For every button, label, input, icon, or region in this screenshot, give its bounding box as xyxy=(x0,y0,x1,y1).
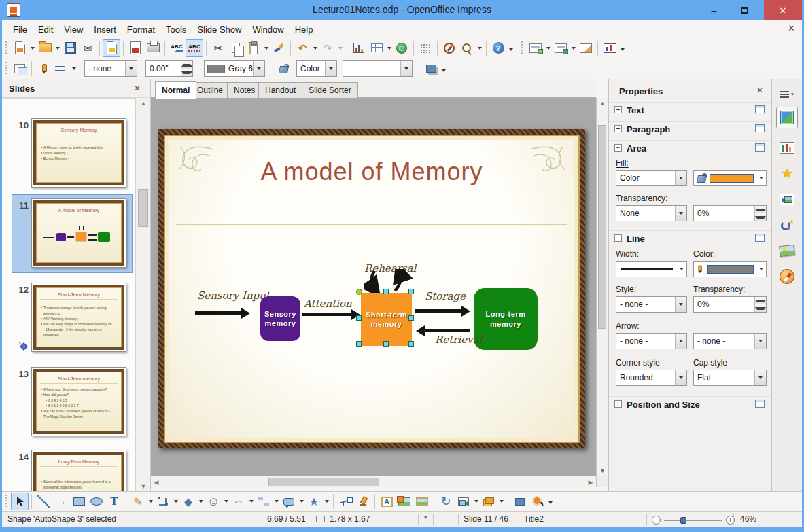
close-button[interactable]: ✕ xyxy=(764,0,802,20)
paste-icon[interactable] xyxy=(245,39,262,57)
sidebar-tab-styles[interactable]: ★★ xyxy=(776,214,798,236)
fill-color-dropdown[interactable] xyxy=(400,61,412,76)
fill-color-picker[interactable] xyxy=(693,170,767,186)
cap-style-dropdown[interactable] xyxy=(754,370,766,385)
basic-shapes-icon[interactable]: ◆ xyxy=(179,493,197,510)
section-line[interactable]: − Line xyxy=(609,230,771,245)
corner-style-combo[interactable]: Rounded xyxy=(616,370,687,386)
slide-thumbnail-11-selected[interactable]: A model of Memory xyxy=(31,198,126,268)
handle-mid-left[interactable] xyxy=(356,315,362,321)
callouts-dropdown[interactable] xyxy=(298,493,305,510)
open-dropdown[interactable] xyxy=(54,40,61,56)
line-width-down[interactable] xyxy=(181,69,192,76)
tab-notes[interactable]: Notes xyxy=(227,82,262,98)
transparency-type-combo[interactable]: None xyxy=(616,205,687,221)
connector-dropdown[interactable] xyxy=(172,493,179,510)
line-width-up[interactable] xyxy=(181,61,192,69)
line-color-picker[interactable] xyxy=(693,261,767,277)
line-transparency-down[interactable] xyxy=(755,304,766,312)
rotate-icon[interactable]: ↻ xyxy=(437,493,455,510)
node-short-term-memory[interactable]: Short-term memory xyxy=(361,293,412,346)
maximize-button[interactable] xyxy=(729,0,760,20)
slide-thumbnail-10[interactable]: Sensory Memory A Memory store for briefl… xyxy=(31,118,126,188)
transparency-type-dropdown[interactable] xyxy=(675,206,686,221)
corner-style-dropdown[interactable] xyxy=(675,370,686,385)
cut-icon[interactable]: ✂ xyxy=(209,39,227,57)
section-area[interactable]: − Area xyxy=(609,140,771,155)
email-icon[interactable]: ✉ xyxy=(79,39,97,57)
zoom-icon[interactable] xyxy=(458,39,476,57)
new-icon[interactable] xyxy=(11,39,29,57)
gallery-icon[interactable] xyxy=(413,493,431,510)
line-color-combo[interactable]: Gray 6 xyxy=(204,60,265,77)
scroll-down-icon[interactable]: ▼ xyxy=(136,481,151,491)
line-style-dropdown[interactable] xyxy=(675,297,686,312)
node-sensory-memory[interactable]: Sensory memory xyxy=(260,296,300,341)
arrow-end-dropdown[interactable] xyxy=(754,334,766,349)
auto-spellcheck-icon[interactable]: ABC xyxy=(186,39,203,57)
scroll-up-icon[interactable]: ▲ xyxy=(136,98,151,108)
node-long-term-memory[interactable]: Long-term memory xyxy=(474,288,538,350)
line-color-dropdown[interactable] xyxy=(253,61,264,76)
transparency-up[interactable] xyxy=(755,206,766,213)
zoom-out-icon[interactable]: − xyxy=(652,516,661,525)
line-style-combo[interactable]: - none - xyxy=(84,60,137,77)
sidebar-tab-custom-animation[interactable]: ★ xyxy=(776,162,798,184)
scroll-up-icon[interactable]: ▲ xyxy=(597,98,608,108)
expand-icon[interactable]: + xyxy=(614,125,622,132)
menu-edit[interactable]: Edit xyxy=(33,22,58,37)
stars-dropdown[interactable] xyxy=(323,493,330,510)
line-transparency-up[interactable] xyxy=(755,297,766,304)
arrow-end-combo[interactable]: - none - xyxy=(693,333,767,349)
from-file-icon[interactable] xyxy=(396,493,413,510)
symbol-shapes-dropdown[interactable] xyxy=(222,493,230,510)
handle-bottom-left[interactable] xyxy=(356,341,362,347)
handle-bottom-right[interactable] xyxy=(408,341,414,347)
arrow-style-dropdown[interactable] xyxy=(70,60,77,77)
zoom-track[interactable] xyxy=(664,520,722,521)
menu-insert[interactable]: Insert xyxy=(88,22,122,37)
menu-slideshow[interactable]: Slide Show xyxy=(192,22,247,37)
shadow-icon[interactable] xyxy=(422,60,440,77)
slide-thumbnail-13[interactable]: Short-Term memory What's your Short-term… xyxy=(31,367,126,436)
scroll-right-icon[interactable]: ▶ xyxy=(585,477,596,487)
zoom-slider[interactable]: − + xyxy=(652,516,735,525)
label-sensory-input[interactable]: Sensory Input xyxy=(197,289,270,302)
collapse-icon[interactable]: − xyxy=(614,144,622,152)
close-document-icon[interactable]: ✕ xyxy=(788,23,795,33)
line-width-spinner[interactable]: 0.00" xyxy=(145,60,193,77)
print-icon[interactable] xyxy=(144,39,162,57)
arrange-icon[interactable] xyxy=(480,493,497,510)
handle-top-center[interactable] xyxy=(383,289,389,294)
menu-format[interactable]: Format xyxy=(122,22,160,37)
scroll-down-icon[interactable]: ▼ xyxy=(597,465,608,476)
toolbar-overflow-icon[interactable] xyxy=(507,41,514,58)
line-style-combo[interactable]: - none - xyxy=(616,296,687,313)
arrow-sensory-input[interactable] xyxy=(195,311,241,315)
slide-thumbnail-14[interactable]: Long-Term Memory Stores all the informat… xyxy=(31,450,126,491)
fill-type-combo[interactable]: Color xyxy=(616,170,687,186)
chart-icon[interactable] xyxy=(350,39,368,57)
slide-design-icon[interactable] xyxy=(577,39,595,57)
block-arrows-dropdown[interactable] xyxy=(247,493,255,510)
help-icon[interactable]: ? xyxy=(489,39,507,57)
sidebar-tab-navigator[interactable] xyxy=(776,266,798,287)
ellipse-tool-icon[interactable] xyxy=(88,493,105,510)
horizontal-scrollbar[interactable]: ◀ ▶ xyxy=(151,476,596,487)
slide-layout-dropdown[interactable] xyxy=(570,40,577,56)
line-icon[interactable] xyxy=(35,60,52,77)
open-icon[interactable] xyxy=(36,39,54,57)
sidebar-tab-slide-transition[interactable] xyxy=(776,188,798,210)
alignment-dropdown[interactable] xyxy=(472,493,480,510)
drawbar-grip[interactable] xyxy=(4,495,9,508)
line-color-dropdown[interactable] xyxy=(756,268,766,270)
undo-dropdown[interactable] xyxy=(311,40,319,56)
line-width-dropdown[interactable] xyxy=(677,268,686,270)
collapse-icon[interactable]: − xyxy=(614,234,622,242)
cap-style-combo[interactable]: Flat xyxy=(693,370,767,386)
export-pdf-icon[interactable] xyxy=(126,39,144,57)
curve-dropdown[interactable] xyxy=(147,493,154,510)
slide-canvas[interactable]: A model of Memory Sensory Input Sensory … xyxy=(158,129,585,448)
section-position-size[interactable]: + Position and Size xyxy=(609,396,771,411)
select-icon[interactable] xyxy=(11,493,29,510)
